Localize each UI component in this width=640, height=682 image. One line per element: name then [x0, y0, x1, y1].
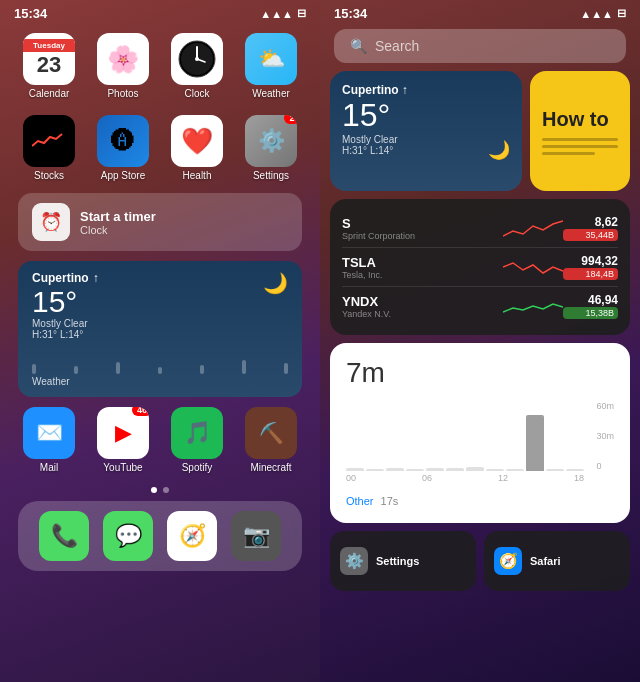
stock-ticker-s: S	[342, 216, 503, 231]
left-panel: 15:34 ▲▲▲ ⊟ Tuesday 23 Calendar 🌸 Photos	[0, 0, 320, 682]
mini-icon-safari: 🧭	[494, 547, 522, 575]
app-item-appstore[interactable]: 🅐 App Store	[92, 115, 154, 181]
settings-badge: 2	[284, 115, 297, 124]
siri-suggestion[interactable]: ⏰ Start a timer Clock	[18, 193, 302, 251]
bar-11	[546, 469, 564, 471]
app-label-youtube: YouTube	[103, 462, 142, 473]
search-bar[interactable]: 🔍 Search	[334, 29, 626, 63]
wwr-location: Cupertino ↑	[342, 83, 510, 97]
bar-2	[366, 469, 384, 471]
app-icon-weather[interactable]: ⛅	[245, 33, 297, 85]
stock-ticker-tsla: TSLA	[342, 255, 503, 270]
svg-point-4	[195, 57, 199, 61]
app-item-stocks[interactable]: Stocks	[18, 115, 80, 181]
widget-mini-safari[interactable]: 🧭 Safari	[484, 531, 630, 591]
app-icon-health[interactable]: ❤️	[171, 115, 223, 167]
app-item-spotify[interactable]: 🎵 Spotify	[166, 407, 228, 473]
stock-left-tsla: TSLA Tesla, Inc.	[342, 255, 503, 280]
weather-chart-left	[32, 346, 288, 374]
app-icon-mail[interactable]: ✉️	[23, 407, 75, 459]
app-item-settings[interactable]: ⚙️ 2 Settings	[240, 115, 302, 181]
widget-row-top: Cupertino ↑ 15° 🌙 Mostly Clear H:31° L:1…	[330, 71, 630, 191]
app-icon-minecraft[interactable]: ⛏️	[245, 407, 297, 459]
app-item-photos[interactable]: 🌸 Photos	[92, 33, 154, 99]
bar-5	[426, 468, 444, 472]
stock-price-yndx: 46,94	[563, 293, 618, 307]
chart-grid-labels: 60m 30m 0	[596, 401, 614, 471]
bar-9	[506, 469, 524, 471]
app-label-calendar: Calendar	[29, 88, 70, 99]
bar-7	[466, 467, 484, 471]
wifi-icon-left: ▲▲▲	[260, 8, 293, 20]
stock-left-s: S Sprint Corporation	[342, 216, 503, 241]
app-item-health[interactable]: ❤️ Health	[166, 115, 228, 181]
bar-4	[406, 469, 424, 471]
app-label-minecraft: Minecraft	[250, 462, 291, 473]
app-label-photos: Photos	[107, 88, 138, 99]
camera-icon[interactable]: 📷	[231, 511, 281, 561]
app-icon-settings[interactable]: ⚙️ 2	[245, 115, 297, 167]
widget-stocks[interactable]: S Sprint Corporation 8,62 35,44B TSLA Te…	[330, 199, 630, 335]
phone-icon[interactable]: 📞	[39, 511, 89, 561]
weather-desc-left: Mostly Clear	[32, 318, 288, 329]
app-grid-row1: Tuesday 23 Calendar 🌸 Photos Clo	[0, 25, 320, 107]
app-icon-stocks[interactable]	[23, 115, 75, 167]
app-label-mail: Mail	[40, 462, 58, 473]
mini-label-safari: Safari	[530, 555, 561, 567]
widget-mini-settings[interactable]: ⚙️ Settings	[330, 531, 476, 591]
app-icon-appstore[interactable]: 🅐	[97, 115, 149, 167]
app-item-calendar[interactable]: Tuesday 23 Calendar	[18, 33, 80, 99]
dock-messages[interactable]: 💬	[103, 511, 153, 561]
wifi-icon-right: ▲▲▲	[580, 8, 613, 20]
dot-2	[163, 487, 169, 493]
app-icon-spotify[interactable]: 🎵	[171, 407, 223, 459]
app-item-mail[interactable]: ✉️ Mail	[18, 407, 80, 473]
app-label-spotify: Spotify	[182, 462, 213, 473]
app-icon-youtube[interactable]: ▶ 46	[97, 407, 149, 459]
weather-range-left: H:31° L:14°	[32, 329, 288, 340]
stock-change-yndx: 15,38B	[563, 307, 618, 319]
widget-row-bottom: ⚙️ Settings 🧭 Safari	[330, 531, 630, 591]
safari-icon[interactable]: 🧭	[167, 511, 217, 561]
howto-lines	[542, 138, 618, 155]
app-icon-calendar[interactable]: Tuesday 23	[23, 33, 75, 85]
app-item-minecraft[interactable]: ⛏️ Minecraft	[240, 407, 302, 473]
app-item-clock[interactable]: Clock	[166, 33, 228, 99]
mini-label-settings: Settings	[376, 555, 419, 567]
dock-phone[interactable]: 📞	[39, 511, 89, 561]
app-label-stocks: Stocks	[34, 170, 64, 181]
stock-row-yndx: YNDX Yandex N.V. 46,94 15,38B	[342, 287, 618, 325]
wwr-range: H:31° L:14°	[342, 145, 510, 156]
bar-1	[346, 468, 364, 472]
bar-3	[386, 468, 404, 471]
siri-subtitle: Clock	[80, 224, 156, 236]
battery-icon-left: ⊟	[297, 7, 306, 20]
messages-icon[interactable]: 💬	[103, 511, 153, 561]
dock-camera[interactable]: 📷	[231, 511, 281, 561]
weather-widget-left[interactable]: Cupertino ↑ 15° Mostly Clear H:31° L:14°…	[18, 261, 302, 397]
widget-screentime[interactable]: 7m 60m 30m	[330, 343, 630, 523]
app-icon-clock[interactable]	[171, 33, 223, 85]
widget-howto[interactable]: How to	[530, 71, 630, 191]
screentime-chart: 60m 30m 0 00 06 12 18	[346, 401, 614, 491]
search-icon: 🔍	[350, 38, 367, 54]
dock-safari[interactable]: 🧭	[167, 511, 217, 561]
stock-ticker-yndx: YNDX	[342, 294, 503, 309]
dock: 📞 💬 🧭 📷	[18, 501, 302, 571]
stock-right-yndx: 46,94 15,38B	[563, 293, 618, 319]
time-right: 15:34	[334, 6, 367, 21]
stock-left-yndx: YNDX Yandex N.V.	[342, 294, 503, 319]
weather-location-left: Cupertino ↑	[32, 271, 288, 285]
stock-chart-tsla	[503, 255, 563, 280]
widget-weather-right[interactable]: Cupertino ↑ 15° 🌙 Mostly Clear H:31° L:1…	[330, 71, 522, 191]
stock-row-s: S Sprint Corporation 8,62 35,44B	[342, 209, 618, 248]
app-item-weather[interactable]: ⛅ Weather	[240, 33, 302, 99]
mini-icon-settings: ⚙️	[340, 547, 368, 575]
stock-chart-s	[503, 216, 563, 241]
app-label-clock: Clock	[184, 88, 209, 99]
app-icon-photos[interactable]: 🌸	[97, 33, 149, 85]
howto-line-1	[542, 138, 618, 141]
app-item-youtube[interactable]: ▶ 46 YouTube	[92, 407, 154, 473]
app-label-appstore: App Store	[101, 170, 145, 181]
weather-label-left: Weather	[32, 376, 70, 387]
